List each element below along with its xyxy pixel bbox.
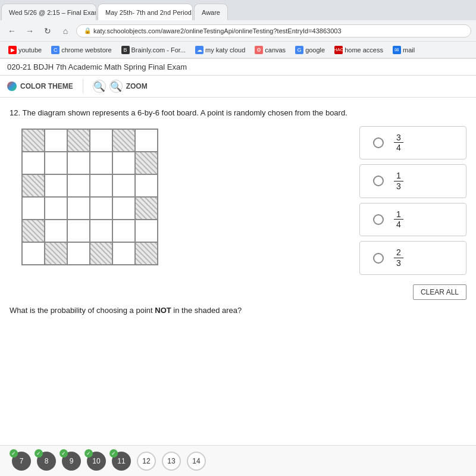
fraction-2: 1 3 xyxy=(390,171,408,192)
palette-icon xyxy=(7,82,17,91)
toolbar: COLOR THEME 🔍 🔍 ZOOM xyxy=(0,76,476,98)
grid-cell-0-5 xyxy=(135,129,158,152)
grid-row-5 xyxy=(22,242,158,265)
tab-1-label: Wed 5/26 @ 2:15 – Final Exam... xyxy=(9,9,96,16)
question-bubble-7[interactable]: 7 xyxy=(12,452,31,471)
question-bubble-14[interactable]: 14 xyxy=(187,452,206,471)
grid-cell-3-3 xyxy=(90,197,112,220)
radio-2[interactable] xyxy=(373,176,384,186)
zoom-in-button[interactable]: 🔍 xyxy=(109,80,123,93)
bookmark-google[interactable]: G google xyxy=(292,45,328,55)
bookmark-mail[interactable]: ✉ mail xyxy=(389,45,418,55)
fraction-4-den: 3 xyxy=(394,258,403,268)
bookmark-brainly[interactable]: B Brainly.com - For... xyxy=(118,45,189,55)
grid-row-4 xyxy=(22,220,158,242)
grid-cell-2-2 xyxy=(67,174,90,197)
question-bubble-11[interactable]: 11 xyxy=(112,452,131,471)
forward-button[interactable]: → xyxy=(23,24,37,38)
grid-cell-3-5 xyxy=(135,197,158,220)
page-title: 020-21 BDJH 7th Academic Math Spring Fin… xyxy=(0,59,476,76)
bookmark-youtube-label: youtube xyxy=(18,46,42,54)
radio-3[interactable] xyxy=(373,214,384,225)
home-access-icon: HAC xyxy=(334,46,343,54)
youtube-icon: ▶ xyxy=(8,46,17,54)
probability-text: What is the probability of choosing a po… xyxy=(10,306,466,315)
zoom-out-button[interactable]: 🔍 xyxy=(93,80,106,93)
fraction-4: 2 3 xyxy=(390,248,408,268)
prob-prefix: What is the probability of choosing a po… xyxy=(10,306,155,315)
question-area: 12. The diagram shown represents a 6-by-… xyxy=(0,98,476,324)
grid-row-0 xyxy=(22,129,158,152)
fraction-3: 1 4 xyxy=(390,209,408,230)
grid-cell-4-1 xyxy=(45,220,67,242)
question-bubble-13[interactable]: 13 xyxy=(162,452,181,471)
grid-cell-2-4 xyxy=(112,174,135,197)
fraction-4-num: 2 xyxy=(394,248,403,258)
lock-icon: 🔒 xyxy=(84,27,91,34)
grid-cell-5-5 xyxy=(135,242,158,265)
bookmark-chrome-webstore[interactable]: C chrome webstore xyxy=(48,45,115,55)
question-bubble-10[interactable]: 10 xyxy=(87,452,106,471)
mail-icon: ✉ xyxy=(393,46,401,54)
zoom-section: 🔍 🔍 ZOOM xyxy=(93,80,148,93)
bookmark-canvas[interactable]: ⚙ canvas xyxy=(251,45,289,55)
grid-cell-3-1 xyxy=(45,197,67,220)
fraction-1: 3 4 xyxy=(390,133,408,154)
question-text: 12. The diagram shown represents a 6-by-… xyxy=(10,107,466,119)
grid-cell-5-0 xyxy=(22,242,45,265)
question-bubble-9[interactable]: 9 xyxy=(62,452,81,471)
grid-cell-4-5 xyxy=(135,220,158,242)
grid-cell-2-3 xyxy=(90,174,112,197)
grid-cell-4-0 xyxy=(22,220,45,242)
grid-cell-0-4 xyxy=(112,129,135,152)
canvas-icon: ⚙ xyxy=(255,46,263,54)
grid-cell-5-3 xyxy=(90,242,112,265)
page-content: 020-21 BDJH 7th Academic Math Spring Fin… xyxy=(0,59,476,324)
grid-diagram xyxy=(21,129,158,265)
grid-cell-3-4 xyxy=(112,197,135,220)
address-text: katy.schoolobjects.com/aware2/onlineTest… xyxy=(93,27,342,35)
grid-cell-5-1 xyxy=(45,242,67,265)
color-theme-label[interactable]: COLOR THEME xyxy=(20,82,73,90)
bottom-nav: 7891011121314 xyxy=(0,445,476,476)
bookmark-youtube[interactable]: ▶ youtube xyxy=(5,45,45,55)
fraction-1-num: 3 xyxy=(394,133,403,143)
bookmark-home-access-label: home access xyxy=(345,46,383,54)
question-bubble-12[interactable]: 12 xyxy=(137,452,156,471)
grid-cell-0-1 xyxy=(45,129,67,152)
question-bubble-8[interactable]: 8 xyxy=(37,452,56,471)
tab-3-label: Aware xyxy=(202,9,220,16)
radio-4[interactable] xyxy=(373,253,384,264)
grid-cell-4-2 xyxy=(67,220,90,242)
tab-3[interactable]: Aware xyxy=(194,4,228,20)
prob-bold: NOT xyxy=(155,306,171,315)
bookmark-katy-label: my katy cloud xyxy=(205,46,245,54)
bookmark-chrome-label: chrome webstore xyxy=(61,46,111,54)
back-button[interactable]: ← xyxy=(5,24,19,38)
tab-1[interactable]: Wed 5/26 @ 2:15 – Final Exam... ✕ xyxy=(1,4,96,20)
grid-cell-1-2 xyxy=(67,152,90,174)
bookmark-katy-cloud[interactable]: ☁ my katy cloud xyxy=(192,45,249,55)
prob-suffix: in the shaded area? xyxy=(171,306,242,315)
toolbar-divider xyxy=(83,79,83,93)
home-button[interactable]: ⌂ xyxy=(58,24,73,38)
grid-cell-5-2 xyxy=(67,242,90,265)
reload-button[interactable]: ↻ xyxy=(40,24,55,38)
katy-cloud-icon: ☁ xyxy=(195,46,203,54)
tab-2[interactable]: May 25th- 7th and 2nd Period ✕ xyxy=(98,4,193,20)
fraction-2-den: 3 xyxy=(394,181,403,192)
grid-cell-1-3 xyxy=(90,152,112,174)
clear-all-button[interactable]: CLEAR ALL xyxy=(413,284,466,300)
bookmark-canvas-label: canvas xyxy=(265,46,286,54)
grid-cell-1-4 xyxy=(112,152,135,174)
address-bar[interactable]: 🔒 katy.schoolobjects.com/aware2/onlineTe… xyxy=(76,24,471,37)
radio-1[interactable] xyxy=(373,137,384,148)
grid-row-3 xyxy=(22,197,158,220)
nav-bar: ← → ↻ ⌂ 🔒 katy.schoolobjects.com/aware2/… xyxy=(0,20,476,42)
question-body: The diagram shown represents a 6-by-6 fo… xyxy=(22,108,347,117)
fraction-3-num: 1 xyxy=(394,209,403,220)
bookmark-google-label: google xyxy=(305,46,325,54)
grid-cell-3-2 xyxy=(67,197,90,220)
grid-cell-3-0 xyxy=(22,197,45,220)
bookmark-home-access[interactable]: HAC home access xyxy=(331,45,387,55)
